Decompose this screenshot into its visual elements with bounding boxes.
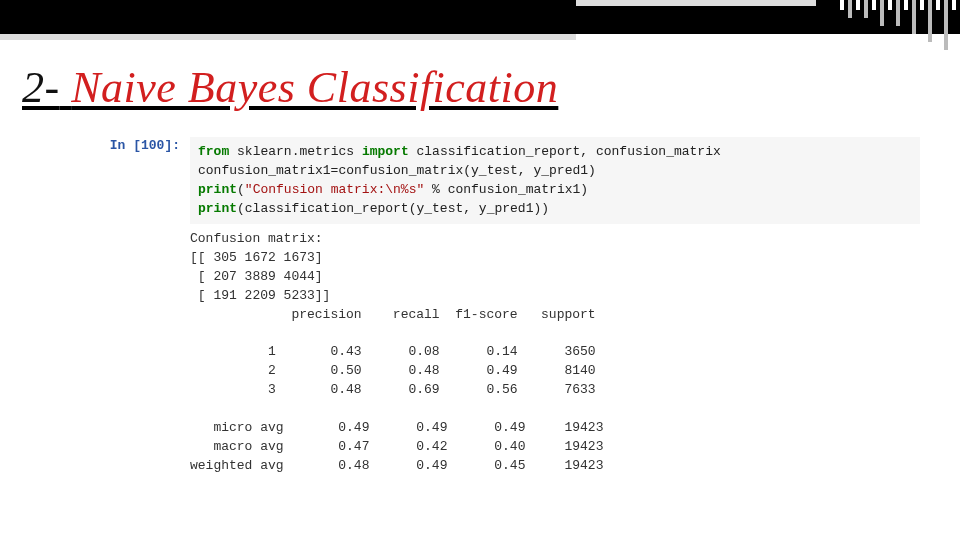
matrix-row-0: [[ 305 1672 1673]: [190, 250, 323, 265]
report-weighted-avg: weighted avg 0.48 0.49 0.45 19423: [190, 458, 603, 473]
report-row-3: 3 0.48 0.69 0.56 7633: [190, 382, 596, 397]
title-main: Naive Bayes Classification: [71, 63, 558, 112]
matrix-row-2: [ 191 2209 5233]]: [190, 288, 330, 303]
slide-top-bar: [0, 0, 960, 34]
import-names: classification_report, confusion_matrix: [417, 144, 721, 159]
out-header: Confusion matrix:: [190, 231, 323, 246]
code-line-3-rest: % confusion_matrix1): [424, 182, 588, 197]
code-line-4-rest: (classification_report(y_test, y_pred1)): [237, 201, 549, 216]
title-prefix: 2-: [22, 63, 60, 112]
kw-import: import: [362, 144, 409, 159]
slide-title: 2- Naive Bayes Classification: [22, 62, 960, 113]
report-macro-avg: macro avg 0.47 0.42 0.40 19423: [190, 439, 603, 454]
paren-open: (: [237, 182, 245, 197]
report-col-header: precision recall f1-score support: [190, 307, 596, 322]
report-row-2: 2 0.50 0.48 0.49 8140: [190, 363, 596, 378]
kw-from: from: [198, 144, 229, 159]
code-block: from sklearn.metrics import classificati…: [190, 137, 920, 224]
top-bar-deco-icon: [840, 0, 960, 56]
report-micro-avg: micro avg 0.49 0.49 0.49 19423: [190, 420, 603, 435]
cell-output: Confusion matrix: [[ 305 1672 1673] [ 20…: [190, 230, 920, 475]
cell-prompt: In [100]:: [100, 137, 190, 156]
code-cell: In [100]: from sklearn.metrics import cl…: [100, 137, 920, 224]
slide-underbar: [0, 34, 576, 40]
report-row-1: 1 0.43 0.08 0.14 3650: [190, 344, 596, 359]
string-literal: "Confusion matrix:\n%s": [245, 182, 424, 197]
kw-print-2: print: [198, 201, 237, 216]
code-line-2: confusion_matrix1=confusion_matrix(y_tes…: [198, 163, 596, 178]
jupyter-cell: In [100]: from sklearn.metrics import cl…: [100, 137, 920, 475]
kw-print-1: print: [198, 182, 237, 197]
module-name: sklearn.metrics: [237, 144, 354, 159]
matrix-row-1: [ 207 3889 4044]: [190, 269, 323, 284]
